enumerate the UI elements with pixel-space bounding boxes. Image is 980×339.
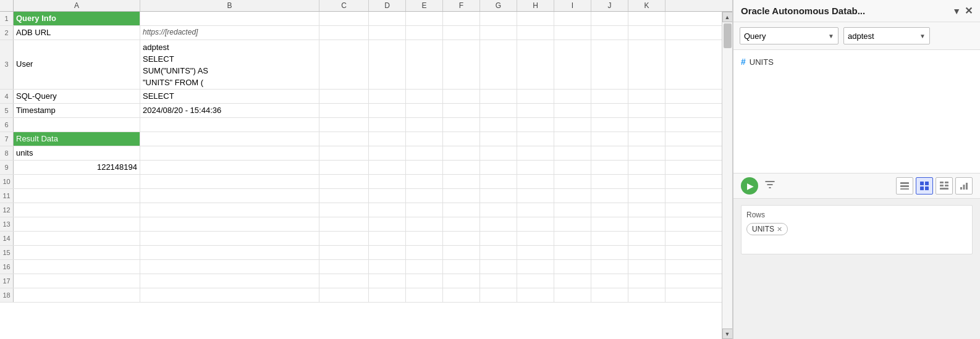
cell-b8[interactable]: [140, 146, 319, 160]
cell-h3[interactable]: [517, 40, 554, 89]
cell-d3[interactable]: [369, 40, 406, 89]
cell-g3[interactable]: [480, 40, 517, 89]
cell-b3[interactable]: adptest SELECT SUM("UNITS") AS "UNITS" F…: [140, 40, 319, 89]
cell-f4[interactable]: [443, 90, 480, 103]
cell-c4[interactable]: [319, 90, 369, 103]
cell-b4[interactable]: SELECT: [140, 90, 319, 103]
cell-h1[interactable]: [517, 12, 554, 25]
cell-e8[interactable]: [406, 146, 443, 160]
cell-h6[interactable]: [517, 118, 554, 132]
cell-e6[interactable]: [406, 118, 443, 132]
cell-c5[interactable]: [319, 104, 369, 117]
cell-h4[interactable]: [517, 90, 554, 103]
cell-h8[interactable]: [517, 146, 554, 160]
cell-c3[interactable]: [319, 40, 369, 89]
cell-a1[interactable]: Query Info: [14, 12, 140, 25]
cell-f9[interactable]: [443, 161, 480, 174]
cell-g6[interactable]: [480, 118, 517, 132]
cell-b5[interactable]: 2024/08/20 - 15:44:36: [140, 104, 319, 117]
cell-f8[interactable]: [443, 146, 480, 160]
cell-i4[interactable]: [554, 90, 591, 103]
cell-d7[interactable]: [369, 132, 406, 146]
scroll-up-arrow[interactable]: ▲: [722, 12, 733, 22]
units-tag-close[interactable]: ✕: [777, 225, 782, 233]
cell-e7[interactable]: [406, 132, 443, 146]
cell-a5[interactable]: Timestamp: [14, 104, 140, 117]
cell-j8[interactable]: [591, 146, 628, 160]
cell-a9[interactable]: 122148194: [14, 161, 140, 174]
scroll-track[interactable]: [722, 22, 732, 329]
cell-j6[interactable]: [591, 118, 628, 132]
panel-close-button[interactable]: ✕: [965, 5, 973, 17]
cell-c8[interactable]: [319, 146, 369, 160]
panel-chevron-icon[interactable]: ▼: [952, 6, 961, 16]
cell-e2[interactable]: [406, 26, 443, 40]
run-query-button[interactable]: ▶: [741, 177, 758, 195]
cell-e1[interactable]: [406, 12, 443, 25]
cell-j2[interactable]: [591, 26, 628, 40]
scroll-down-arrow[interactable]: ▼: [722, 329, 733, 339]
cell-e9[interactable]: [406, 161, 443, 174]
cell-h9[interactable]: [517, 161, 554, 174]
cell-g7[interactable]: [480, 132, 517, 146]
cell-k5[interactable]: [628, 104, 665, 117]
cell-j1[interactable]: [591, 12, 628, 25]
cell-j3[interactable]: [591, 40, 628, 89]
cell-c6[interactable]: [319, 118, 369, 132]
cell-c7[interactable]: [319, 132, 369, 146]
cell-f2[interactable]: [443, 26, 480, 40]
cell-d6[interactable]: [369, 118, 406, 132]
cell-b2[interactable]: https://[redacted]: [140, 26, 319, 40]
table-list-view-button[interactable]: [896, 177, 913, 195]
cell-k6[interactable]: [628, 118, 665, 132]
vertical-scrollbar[interactable]: ▲ ▼: [722, 12, 732, 339]
cell-f5[interactable]: [443, 104, 480, 117]
cell-e3[interactable]: [406, 40, 443, 89]
cell-d1[interactable]: [369, 12, 406, 25]
cell-i8[interactable]: [554, 146, 591, 160]
cell-k3[interactable]: [628, 40, 665, 89]
cell-d8[interactable]: [369, 146, 406, 160]
units-tag[interactable]: UNITS ✕: [746, 223, 788, 235]
cell-c2[interactable]: [319, 26, 369, 40]
filter-icon[interactable]: [764, 179, 775, 193]
cell-a4[interactable]: SQL-Query: [14, 90, 140, 103]
cell-b9[interactable]: [140, 161, 319, 174]
cell-f3[interactable]: [443, 40, 480, 89]
cell-f1[interactable]: [443, 12, 480, 25]
cell-h5[interactable]: [517, 104, 554, 117]
cell-g4[interactable]: [480, 90, 517, 103]
cell-k4[interactable]: [628, 90, 665, 103]
cell-i5[interactable]: [554, 104, 591, 117]
cell-h7[interactable]: [517, 132, 554, 146]
cell-d2[interactable]: [369, 26, 406, 40]
cell-d9[interactable]: [369, 161, 406, 174]
cell-a3[interactable]: User: [14, 40, 140, 89]
cell-a2[interactable]: ADB URL: [14, 26, 140, 40]
cell-e4[interactable]: [406, 90, 443, 103]
cell-a8[interactable]: units: [14, 146, 140, 160]
cell-i1[interactable]: [554, 12, 591, 25]
cell-d5[interactable]: [369, 104, 406, 117]
grid-body[interactable]: 1 Query Info 2 ADB URL https://[redacted…: [0, 12, 722, 339]
cell-i2[interactable]: [554, 26, 591, 40]
table-grid-view-button[interactable]: [916, 177, 933, 195]
cell-k9[interactable]: [628, 161, 665, 174]
cell-g1[interactable]: [480, 12, 517, 25]
pivot-view-button[interactable]: [936, 177, 953, 195]
cell-a7[interactable]: Result Data: [14, 132, 140, 146]
cell-g2[interactable]: [480, 26, 517, 40]
cell-k1[interactable]: [628, 12, 665, 25]
cell-f7[interactable]: [443, 132, 480, 146]
cell-b7[interactable]: [140, 132, 319, 146]
cell-j7[interactable]: [591, 132, 628, 146]
cell-g5[interactable]: [480, 104, 517, 117]
cell-c1[interactable]: [319, 12, 369, 25]
cell-i9[interactable]: [554, 161, 591, 174]
column-item-units[interactable]: # UNITS: [741, 55, 973, 69]
cell-f6[interactable]: [443, 118, 480, 132]
cell-g8[interactable]: [480, 146, 517, 160]
user-select[interactable]: adptest ▼: [843, 27, 930, 44]
chart-view-button[interactable]: [955, 177, 973, 195]
cell-i3[interactable]: [554, 40, 591, 89]
